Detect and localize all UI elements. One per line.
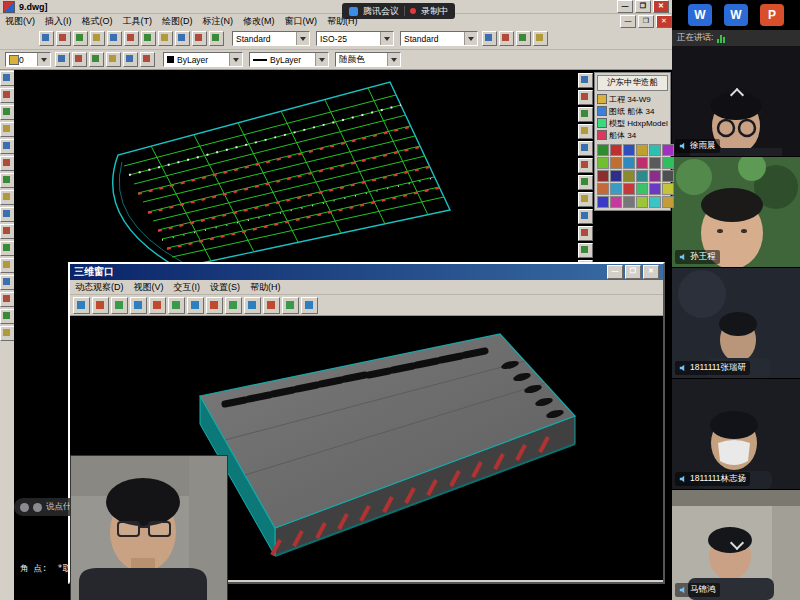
viewer3d-close-button[interactable]: ✕ [643,265,659,279]
palette-icon[interactable] [610,183,622,195]
toolbar-button[interactable] [89,52,104,67]
model-row[interactable]: 模型 HdxpModel [597,117,668,129]
palette-icon[interactable] [662,157,674,169]
tool-button[interactable] [0,88,15,103]
meeting-toolbar[interactable]: 腾讯会议 录制中 [342,3,455,19]
palette-icon[interactable] [649,144,661,156]
close-button[interactable]: ✕ [653,0,669,13]
layer-combo[interactable]: 0 [5,52,51,67]
palette-icon[interactable] [623,183,635,195]
menu-format[interactable]: 格式(O) [77,15,118,28]
toolbar-button[interactable] [499,31,514,46]
toolbar-button[interactable] [124,31,139,46]
menu-settings[interactable]: 设置(S) [205,281,245,294]
toolbar-button[interactable] [533,31,548,46]
toolbar-button[interactable] [56,31,71,46]
menu-orbit[interactable]: 动态观察(D) [70,281,129,294]
menu-draw[interactable]: 绘图(D) [157,15,198,28]
viewer3d-tool-button[interactable] [225,297,242,314]
palette-icon[interactable] [623,157,635,169]
participant-video[interactable]: 孙王程 [672,157,800,268]
chevron-down-icon[interactable] [229,53,242,66]
palette-icon[interactable] [649,183,661,195]
toolbar-button[interactable] [123,52,138,67]
tool-button[interactable] [0,241,15,256]
viewer3d-tool-button[interactable] [168,297,185,314]
lineweight-combo[interactable]: 随颜色 [335,52,401,67]
word-doc-icon[interactable]: W [688,4,712,26]
tool-button[interactable] [0,156,15,171]
palette-icon[interactable] [636,157,648,169]
palette-icon[interactable] [597,157,609,169]
toolbar-button[interactable] [140,52,155,67]
palette-icon[interactable] [623,144,635,156]
chevron-down-icon[interactable] [37,53,50,66]
participant-video[interactable]: 1811111张瑞研 [672,268,800,379]
menu-3d-view[interactable]: 视图(V) [129,281,169,294]
chevron-down-icon[interactable] [296,32,309,45]
tool-button[interactable] [0,224,15,239]
tool-button[interactable] [578,124,593,139]
viewer3d-titlebar[interactable]: 三维窗口 — ❐ ✕ [70,264,663,280]
toolbar-button[interactable] [158,31,173,46]
tool-button[interactable] [578,209,593,224]
cad-titlebar[interactable]: 9.dwg] — ❐ ✕ [0,0,672,14]
viewer3d-tool-button[interactable] [130,297,147,314]
tool-button[interactable] [0,71,15,86]
tool-button[interactable] [578,158,593,173]
menu-interact[interactable]: 交互(I) [169,281,206,294]
viewer3d-tool-button[interactable] [206,297,223,314]
palette-icon[interactable] [662,183,674,195]
hull-row[interactable]: 船体 34 [597,129,668,141]
palette-icon[interactable] [597,144,609,156]
toolbar-button[interactable] [175,31,190,46]
palette-icon[interactable] [623,196,635,208]
palette-icon[interactable] [636,196,648,208]
tool-button[interactable] [578,73,593,88]
chevron-down-icon[interactable] [387,53,400,66]
mention-icon[interactable] [33,503,42,512]
participant-video[interactable]: 徐雨晨 [672,46,800,157]
palette-icon[interactable] [649,170,661,182]
minimize-button[interactable]: — [617,0,633,13]
toolbar-button[interactable] [90,31,105,46]
color-combo[interactable]: ByLayer [163,52,243,67]
toolbar-button[interactable] [73,31,88,46]
toolbar-button[interactable] [107,31,122,46]
tool-button[interactable] [0,190,15,205]
project-row[interactable]: 工程 34-W9 [597,93,668,105]
chevron-down-icon[interactable] [464,32,477,45]
toolbar-button[interactable] [106,52,121,67]
toolbar-button[interactable] [516,31,531,46]
doc-close-button[interactable]: ✕ [656,15,672,28]
palette-icon[interactable] [662,144,674,156]
palette-icon[interactable] [662,170,674,182]
palette-icon[interactable] [610,196,622,208]
tool-button[interactable] [578,141,593,156]
viewer3d-minimize-button[interactable]: — [607,265,623,279]
tool-button[interactable] [0,207,15,222]
palette-icon[interactable] [610,157,622,169]
tool-button[interactable] [578,226,593,241]
viewer3d-tool-button[interactable] [244,297,261,314]
drawing-row[interactable]: 图纸 船体 34 [597,105,668,117]
toolbar-button[interactable] [482,31,497,46]
menu-insert[interactable]: 插入(I) [40,15,77,28]
table-style-combo[interactable]: Standard [400,31,478,46]
chevron-down-icon[interactable] [315,53,328,66]
text-style-combo[interactable]: Standard [232,31,310,46]
chevron-down-icon[interactable] [380,32,393,45]
dim-style-combo[interactable]: ISO-25 [316,31,394,46]
viewer3d-tool-button[interactable] [73,297,90,314]
viewer3d-tool-button[interactable] [282,297,299,314]
tool-button[interactable] [578,90,593,105]
toolbar-button[interactable] [39,31,54,46]
palette-icon[interactable] [636,144,648,156]
tool-button[interactable] [578,192,593,207]
menu-dimension[interactable]: 标注(N) [198,15,239,28]
word-doc-icon[interactable]: W [724,4,748,26]
tool-button[interactable] [0,122,15,137]
palette-icon[interactable] [597,170,609,182]
participant-video[interactable]: 马锦鸿 [672,490,800,600]
tool-button[interactable] [0,105,15,120]
